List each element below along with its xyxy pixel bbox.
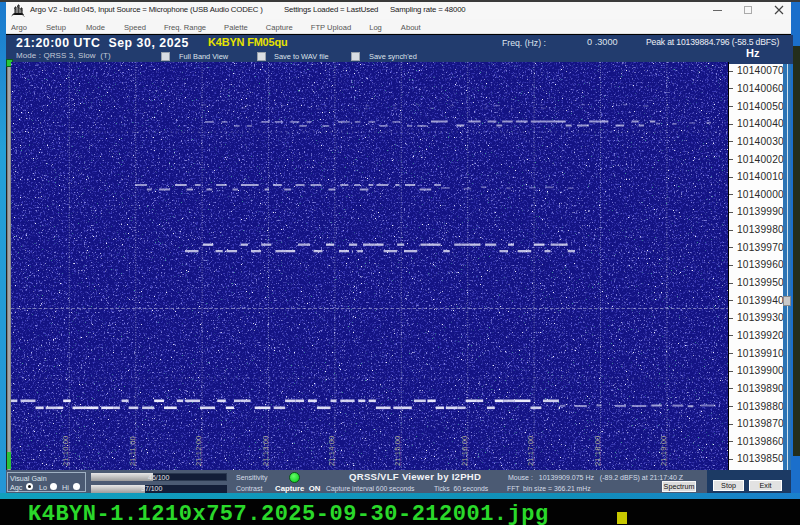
svg-text:21:16:00: 21:16:00	[460, 436, 469, 466]
svg-text:21:19:00: 21:19:00	[659, 436, 668, 466]
svg-text:21:14:00: 21:14:00	[327, 436, 336, 466]
svg-text:21:12:00: 21:12:00	[194, 436, 203, 466]
svg-text:21:11:00: 21:11:00	[128, 436, 137, 466]
svg-text:21:15:00: 21:15:00	[393, 436, 402, 466]
svg-text:21:13:00: 21:13:00	[261, 436, 270, 466]
svg-text:21:18:00: 21:18:00	[593, 436, 602, 466]
svg-text:21:10:00: 21:10:00	[61, 436, 70, 466]
svg-text:21:17:00: 21:17:00	[526, 436, 535, 466]
